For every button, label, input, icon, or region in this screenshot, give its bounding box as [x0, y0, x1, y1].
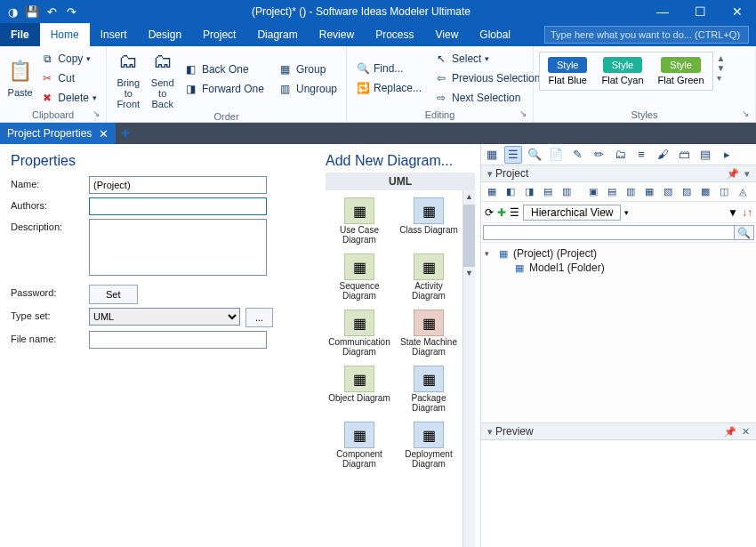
bring-to-front-button[interactable]: 🗂 Bring to Front — [112, 48, 144, 109]
password-set-button[interactable]: Set — [89, 285, 138, 304]
tool-icon-9[interactable]: 🖌 — [654, 146, 672, 164]
close-button[interactable]: ✕ — [719, 0, 756, 23]
collapse-preview-icon[interactable]: ▾ — [487, 426, 493, 438]
collapse-icon[interactable]: ▾ — [487, 168, 493, 180]
send-to-back-button[interactable]: 🗂 Send to Back — [146, 48, 178, 109]
scroll-up-icon[interactable]: ▲ — [463, 190, 475, 203]
tab-project[interactable]: Project — [192, 23, 246, 46]
diagram-communication-diagram[interactable]: ▦Communication Diagram — [327, 310, 391, 357]
proj-btn-4[interactable]: ▤ — [540, 184, 556, 200]
view-mode-select[interactable]: Hierarchical View — [523, 205, 621, 221]
tab-process[interactable]: Process — [365, 23, 424, 46]
refresh-icon[interactable]: ⟳ — [485, 206, 494, 219]
pane-menu-icon[interactable]: ▾ — [744, 168, 750, 180]
styles-launcher-icon[interactable]: ↘ — [742, 109, 752, 119]
tab-view[interactable]: View — [425, 23, 470, 46]
proj-btn-9[interactable]: ▦ — [641, 184, 657, 200]
next-selection-button[interactable]: ⇨Next Selection — [430, 88, 543, 108]
tool-icon-11[interactable]: ▤ — [696, 146, 714, 164]
project-tree[interactable]: ▾ ▦ (Project) (Project) ▦ Model1 (Folder… — [481, 243, 756, 422]
delete-button[interactable]: ✖Delete ▾ — [36, 88, 101, 108]
tool-icon-8[interactable]: ≡ — [632, 146, 650, 164]
proj-btn-11[interactable]: ▨ — [679, 184, 695, 200]
diagram-package-diagram[interactable]: ▦Package Diagram — [397, 366, 461, 413]
redo-icon[interactable]: ↷ — [64, 4, 78, 19]
scroll-down-icon[interactable]: ▼ — [463, 267, 475, 279]
diagram-component-diagram[interactable]: ▦Component Diagram — [327, 422, 391, 469]
proj-btn-10[interactable]: ▧ — [660, 184, 676, 200]
project-search-input[interactable] — [483, 225, 735, 240]
group-button[interactable]: ▦Group — [275, 60, 341, 79]
filename-field[interactable] — [89, 331, 267, 349]
styles-gallery-expand-icon[interactable]: ▾ — [717, 73, 726, 83]
clipboard-launcher-icon[interactable]: ↘ — [92, 109, 103, 119]
scroll-thumb[interactable] — [463, 205, 475, 267]
previous-selection-button[interactable]: ⇦Previous Selection — [430, 68, 543, 88]
save-icon[interactable]: 💾 — [25, 4, 39, 19]
close-tab-icon[interactable]: ✕ — [99, 127, 109, 141]
tool-icon-1[interactable]: ▦ — [483, 146, 501, 164]
new-tab-icon[interactable]: ✚ — [116, 123, 135, 144]
typeset-more-button[interactable]: ... — [245, 308, 273, 327]
project-search-button[interactable]: 🔍 — [735, 225, 754, 240]
tab-design[interactable]: Design — [138, 23, 192, 46]
diagram-state-machine-diagram[interactable]: ▦State Machine Diagram — [397, 310, 461, 357]
file-menu[interactable]: File — [0, 23, 40, 46]
diagram-activity-diagram[interactable]: ▦Activity Diagram — [397, 253, 461, 301]
sort-icon[interactable]: ↓↑ — [742, 206, 752, 219]
tool-icon-3[interactable]: 🔍 — [526, 146, 543, 164]
tool-icon-12[interactable]: ▸ — [718, 146, 736, 164]
ungroup-button[interactable]: ▥Ungroup — [275, 79, 341, 99]
tool-icon-2[interactable]: ☰ — [504, 146, 522, 164]
diagram-class-diagram[interactable]: ▦Class Diagram — [397, 197, 461, 245]
tab-insert[interactable]: Insert — [90, 23, 138, 46]
filter-icon[interactable]: ▼ — [728, 206, 738, 219]
list-mode-icon[interactable]: ☰ — [510, 206, 519, 219]
cut-button[interactable]: ✂Cut — [36, 68, 101, 88]
tree-root[interactable]: ▾ ▦ (Project) (Project) — [485, 246, 752, 261]
replace-button[interactable]: 🔁Replace... — [352, 78, 425, 98]
add-icon[interactable]: ✚ — [497, 206, 506, 219]
tool-icon-6[interactable]: ✏ — [590, 146, 607, 164]
tree-child-model1[interactable]: ▦ Model1 (Folder) — [485, 261, 752, 275]
styles-scroll-up-icon[interactable]: ▲ — [717, 53, 726, 63]
proj-btn-14[interactable]: ◬ — [735, 184, 751, 200]
diagram-object-diagram[interactable]: ▦Object Diagram — [327, 366, 391, 413]
style-flat-green[interactable]: Style Flat Green — [653, 55, 710, 87]
minimize-button[interactable]: — — [644, 0, 681, 23]
proj-btn-1[interactable]: ▦ — [484, 184, 500, 200]
doc-tab-project-properties[interactable]: Project Properties ✕ — [0, 123, 116, 144]
pin-icon[interactable]: 📌 — [727, 168, 739, 180]
style-flat-cyan[interactable]: Style Flat Cyan — [596, 55, 648, 87]
paste-button[interactable]: 📋 Paste — [5, 48, 35, 108]
diagram-group-uml[interactable]: UML — [326, 173, 475, 190]
find-button[interactable]: 🔍Find... — [352, 59, 425, 78]
tab-global[interactable]: Global — [469, 23, 521, 46]
styles-scroll-down-icon[interactable]: ▼ — [717, 63, 726, 73]
typeset-select[interactable]: UML — [89, 308, 240, 326]
editing-launcher-icon[interactable]: ↘ — [519, 109, 530, 119]
back-one-button[interactable]: ◧Back One — [181, 60, 268, 79]
authors-field[interactable] — [89, 197, 267, 215]
proj-btn-5[interactable]: ▥ — [559, 184, 575, 200]
select-button[interactable]: ↖Select ▾ — [430, 49, 543, 68]
tell-me-search[interactable]: Type here what you want to do... (CTRL+Q… — [544, 26, 749, 44]
maximize-button[interactable]: ☐ — [681, 0, 719, 23]
caret-icon[interactable]: ▾ — [485, 249, 494, 258]
style-flat-blue[interactable]: Style Flat Blue — [543, 55, 592, 87]
proj-btn-12[interactable]: ▩ — [697, 184, 713, 200]
tab-home[interactable]: Home — [40, 23, 90, 46]
diagram-use-case-diagram[interactable]: ▦Use Case Diagram — [327, 197, 391, 245]
tool-icon-4[interactable]: 📄 — [547, 146, 565, 164]
tab-review[interactable]: Review — [309, 23, 365, 46]
proj-btn-13[interactable]: ◫ — [716, 184, 732, 200]
tab-diagram[interactable]: Diagram — [246, 23, 308, 46]
preview-close-icon[interactable]: ✕ — [742, 426, 750, 438]
proj-btn-8[interactable]: ▥ — [623, 184, 639, 200]
proj-btn-3[interactable]: ◨ — [521, 184, 537, 200]
diagram-deployment-diagram[interactable]: ▦Deployment Diagram — [397, 422, 461, 469]
diagram-scrollbar[interactable]: ▲ ▼ — [462, 190, 475, 547]
proj-btn-7[interactable]: ▤ — [604, 184, 620, 200]
preview-pin-icon[interactable]: 📌 — [724, 426, 736, 438]
diagram-sequence-diagram[interactable]: ▦Sequence Diagram — [327, 253, 391, 301]
